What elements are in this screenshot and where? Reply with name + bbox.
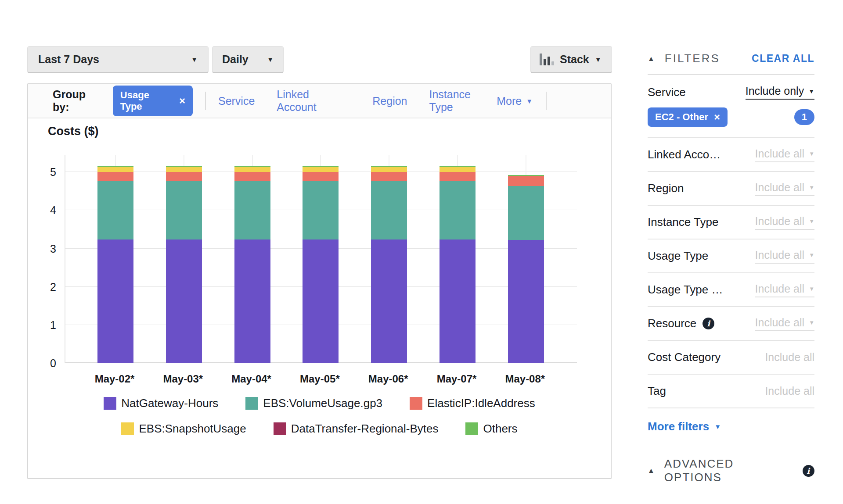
filter-label: Cost Category xyxy=(648,350,721,364)
legend-item-datatransfer-regional-bytes[interactable]: DataTransfer-Regional-Bytes xyxy=(274,422,439,436)
filter-value-dropdown[interactable]: Include all▼ xyxy=(755,316,814,331)
bar-segment-natgateway-hours[interactable] xyxy=(508,240,544,363)
bar-segment-natgateway-hours[interactable] xyxy=(303,239,339,363)
group-by-link-linked-account[interactable]: Linked Account xyxy=(277,88,350,114)
date-range-dropdown[interactable]: Last 7 Days ▼ xyxy=(27,46,209,73)
bar-segment-elasticip-idleaddress[interactable] xyxy=(371,172,407,181)
y-axis: 012345 xyxy=(28,155,59,363)
divider xyxy=(205,92,206,110)
x-tick-label: May-08* xyxy=(491,373,559,385)
bar-segment-ebs-snapshotusage[interactable] xyxy=(234,167,270,172)
group-by-link-instance-type[interactable]: Instance Type xyxy=(429,88,497,114)
chevron-down-icon: ▼ xyxy=(809,151,814,157)
bar-segment-natgateway-hours[interactable] xyxy=(234,239,270,363)
legend-item-ebs-snapshotusage[interactable]: EBS:SnapshotUsage xyxy=(121,422,246,436)
x-tick-label: May-05* xyxy=(285,373,354,385)
bar-segment-ebs-volumeusage-gp3[interactable] xyxy=(166,181,202,239)
bar-may-05 xyxy=(303,166,339,363)
close-icon[interactable]: × xyxy=(179,96,185,106)
chevron-down-icon: ▼ xyxy=(809,320,814,325)
service-mode-dropdown[interactable]: Include only ▼ xyxy=(746,85,814,100)
date-range-label: Last 7 Days xyxy=(38,53,99,66)
filter-row-usage-type: Usage TypeInclude all▼ xyxy=(648,239,814,273)
bar-segment-ebs-snapshotusage[interactable] xyxy=(166,167,202,172)
group-by-more-dropdown[interactable]: More ▼ xyxy=(497,95,533,107)
bar-segment-natgateway-hours[interactable] xyxy=(440,239,476,363)
bar-segment-natgateway-hours[interactable] xyxy=(97,239,133,363)
filter-label: Region xyxy=(648,182,684,195)
group-by-link-region[interactable]: Region xyxy=(372,95,407,107)
filter-value-dropdown[interactable]: Include all▼ xyxy=(755,249,814,264)
legend-item-natgateway-hours[interactable]: NatGateway-Hours xyxy=(104,397,218,410)
bar-segment-ebs-snapshotusage[interactable] xyxy=(440,167,476,172)
legend-swatch xyxy=(274,422,286,435)
x-tick-label: May-03* xyxy=(149,373,217,385)
chevron-down-icon: ▼ xyxy=(809,286,814,292)
more-filters-button[interactable]: More filters ▼ xyxy=(648,420,814,433)
filter-label: Instance Type xyxy=(648,215,718,229)
bar-segment-ebs-volumeusage-gp3[interactable] xyxy=(303,181,339,239)
group-by-link-service[interactable]: Service xyxy=(218,95,255,107)
advanced-options-header[interactable]: ▲ ADVANCED OPTIONS i xyxy=(648,457,814,484)
service-filter: Service Include only ▼ EC2 - Other × 1 xyxy=(648,75,814,138)
x-axis: May-02*May-03*May-04*May-05*May-06*May-0… xyxy=(28,373,611,390)
bar-segment-elasticip-idleaddress[interactable] xyxy=(166,172,202,181)
bar-segment-ebs-snapshotusage[interactable] xyxy=(97,167,133,172)
filter-row-cost-category: Cost CategoryInclude all xyxy=(648,341,814,375)
bar-segment-ebs-volumeusage-gp3[interactable] xyxy=(440,181,476,239)
legend-label: NatGateway-Hours xyxy=(121,397,218,410)
legend-label: EBS:VolumeUsage.gp3 xyxy=(263,397,382,410)
filter-value-dropdown[interactable]: Include all▼ xyxy=(755,147,814,162)
cost-explorer-panel: Group by: Usage Type × ServiceLinked Acc… xyxy=(27,83,612,479)
filters-sidebar: ▲ FILTERS CLEAR ALL Service Include only… xyxy=(648,52,814,484)
granularity-dropdown[interactable]: Daily ▼ xyxy=(212,46,284,73)
bar-segment-natgateway-hours[interactable] xyxy=(371,239,407,363)
service-filter-chip[interactable]: EC2 - Other × xyxy=(648,107,728,127)
bar-may-07 xyxy=(440,166,476,363)
x-tick-label: May-04* xyxy=(217,373,286,385)
group-by-more-label: More xyxy=(497,95,522,107)
bar-segment-natgateway-hours[interactable] xyxy=(166,239,202,363)
service-filter-label: Service xyxy=(648,86,686,99)
bar-segment-elasticip-idleaddress[interactable] xyxy=(234,172,270,181)
y-tick-label: 0 xyxy=(30,357,56,370)
y-tick-label: 4 xyxy=(30,204,56,217)
chevron-down-icon: ▼ xyxy=(526,98,533,104)
bar-segment-elasticip-idleaddress[interactable] xyxy=(508,176,544,186)
bar-segment-elasticip-idleaddress[interactable] xyxy=(303,172,339,181)
bar-segment-ebs-snapshotusage[interactable] xyxy=(371,167,407,172)
filters-header: ▲ FILTERS CLEAR ALL xyxy=(648,52,814,75)
collapse-arrow-icon[interactable]: ▲ xyxy=(648,55,656,62)
close-icon[interactable]: × xyxy=(714,112,720,122)
bar-segment-ebs-snapshotusage[interactable] xyxy=(303,167,339,172)
legend-label: Others xyxy=(483,422,517,436)
legend-row: EBS:SnapshotUsageDataTransfer-Regional-B… xyxy=(121,422,517,436)
chart-type-dropdown[interactable]: Stack ▼ xyxy=(530,46,612,73)
info-icon: i xyxy=(702,318,714,329)
plot-area xyxy=(65,155,577,363)
filter-row-resource: ResourceiInclude all▼ xyxy=(648,307,814,341)
bar-segment-ebs-volumeusage-gp3[interactable] xyxy=(371,181,407,239)
filter-value-dropdown[interactable]: Include all▼ xyxy=(755,181,814,196)
advanced-options-label: ADVANCED OPTIONS xyxy=(664,457,794,484)
info-icon: i xyxy=(803,465,814,477)
filter-label: Usage Type … xyxy=(648,283,723,297)
bar-segment-ebs-volumeusage-gp3[interactable] xyxy=(508,186,544,240)
clear-all-button[interactable]: CLEAR ALL xyxy=(752,53,814,64)
bar-segment-elasticip-idleaddress[interactable] xyxy=(97,172,133,181)
chevron-down-icon: ▼ xyxy=(809,252,814,258)
x-tick-label: May-06* xyxy=(354,373,422,385)
legend-item-ebs-volumeusage-gp3[interactable]: EBS:VolumeUsage.gp3 xyxy=(245,397,382,410)
filter-rows: Linked Acco…Include all▼RegionInclude al… xyxy=(648,138,814,408)
filter-value-dropdown[interactable]: Include all▼ xyxy=(755,215,814,230)
bar-segment-ebs-volumeusage-gp3[interactable] xyxy=(97,181,133,239)
chart-area: 012345 May-02*May-03*May-04*May-05*May-0… xyxy=(28,155,611,392)
legend-swatch xyxy=(465,422,478,435)
chart-legend: NatGateway-HoursEBS:VolumeUsage.gp3Elast… xyxy=(28,397,611,436)
legend-item-others[interactable]: Others xyxy=(465,422,517,436)
filter-value-dropdown[interactable]: Include all▼ xyxy=(755,282,814,297)
bar-segment-elasticip-idleaddress[interactable] xyxy=(440,172,476,181)
group-by-active-chip[interactable]: Usage Type × xyxy=(113,86,193,116)
legend-item-elasticip-idleaddress[interactable]: ElasticIP:IdleAddress xyxy=(410,397,535,410)
bar-segment-ebs-volumeusage-gp3[interactable] xyxy=(234,181,270,239)
